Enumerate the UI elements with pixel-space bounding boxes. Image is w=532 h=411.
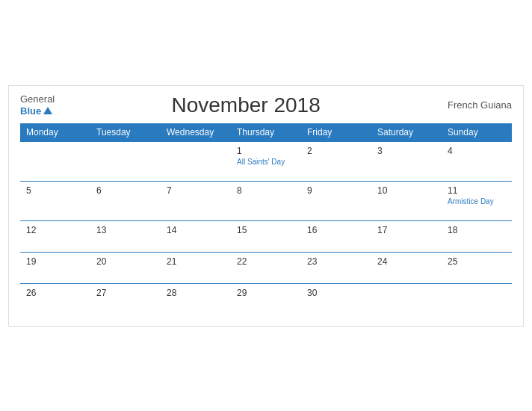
day-number: 26 xyxy=(26,288,84,298)
calendar-cell: 12 xyxy=(20,220,90,252)
day-number: 23 xyxy=(307,256,365,267)
calendar-week-0: 1All Saints' Day234 xyxy=(20,141,512,181)
calendar-header-row: Monday Tuesday Wednesday Thursday Friday… xyxy=(20,123,512,142)
calendar-cell: 7 xyxy=(161,181,231,220)
logo-general-text: General xyxy=(20,93,55,105)
calendar-cell: 9 xyxy=(301,181,371,220)
calendar-cell xyxy=(20,141,90,181)
calendar-cell: 28 xyxy=(161,283,231,315)
calendar-cell: 30 xyxy=(301,283,371,315)
calendar-cell: 22 xyxy=(231,252,301,283)
calendar-week-2: 12131415161718 xyxy=(20,220,512,252)
day-number: 18 xyxy=(448,225,506,235)
calendar-cell: 15 xyxy=(231,220,301,252)
day-number: 14 xyxy=(167,225,225,235)
calendar-cell: 13 xyxy=(90,220,161,252)
calendar-body: 1All Saints' Day234567891011Armistice Da… xyxy=(20,141,512,315)
calendar-cell: 17 xyxy=(371,220,442,252)
day-number: 6 xyxy=(96,185,155,196)
calendar-cell: 10 xyxy=(371,181,442,220)
calendar-cell xyxy=(371,283,442,315)
day-number: 20 xyxy=(96,256,155,267)
calendar-table: Monday Tuesday Wednesday Thursday Friday… xyxy=(20,123,512,315)
logo: General Blue xyxy=(20,93,55,117)
day-number: 27 xyxy=(96,288,155,298)
calendar-cell: 26 xyxy=(20,283,90,315)
day-number: 22 xyxy=(237,256,295,267)
day-number: 4 xyxy=(448,146,506,156)
day-number: 16 xyxy=(307,225,365,235)
calendar-cell: 27 xyxy=(90,283,161,315)
col-sunday: Sunday xyxy=(442,123,512,142)
col-monday: Monday xyxy=(20,123,90,142)
day-number: 10 xyxy=(377,185,436,196)
calendar-cell: 2 xyxy=(301,141,371,181)
calendar-cell: 14 xyxy=(161,220,231,252)
calendar-cell xyxy=(442,283,512,315)
calendar-cell: 8 xyxy=(231,181,301,220)
col-saturday: Saturday xyxy=(371,123,442,142)
holiday-name: Armistice Day xyxy=(448,197,506,206)
calendar-cell xyxy=(161,141,231,181)
calendar-cell: 20 xyxy=(90,252,161,283)
calendar-title: November 2018 xyxy=(55,93,437,117)
calendar-container: General Blue November 2018 French Guiana… xyxy=(8,85,524,327)
day-number: 12 xyxy=(26,225,84,235)
calendar-cell: 1All Saints' Day xyxy=(231,141,301,181)
calendar-cell: 4 xyxy=(442,141,512,181)
day-number: 13 xyxy=(96,225,155,235)
day-number: 8 xyxy=(237,185,295,196)
calendar-cell: 21 xyxy=(161,252,231,283)
calendar-cell: 3 xyxy=(371,141,442,181)
day-number: 17 xyxy=(377,225,436,235)
calendar-cell: 23 xyxy=(301,252,371,283)
day-number: 9 xyxy=(307,185,365,196)
day-number: 1 xyxy=(237,146,295,156)
day-number: 2 xyxy=(307,146,365,156)
col-friday: Friday xyxy=(301,123,371,142)
calendar-week-3: 19202122232425 xyxy=(20,252,512,283)
logo-blue-text: Blue xyxy=(20,105,41,117)
day-number: 25 xyxy=(448,256,506,267)
day-number: 15 xyxy=(237,225,295,235)
calendar-cell: 24 xyxy=(371,252,442,283)
col-thursday: Thursday xyxy=(231,123,301,142)
calendar-cell xyxy=(90,141,161,181)
calendar-region: French Guiana xyxy=(437,99,512,111)
day-number: 21 xyxy=(167,256,225,267)
calendar-cell: 25 xyxy=(442,252,512,283)
day-number: 28 xyxy=(167,288,225,298)
col-wednesday: Wednesday xyxy=(161,123,231,142)
day-number: 5 xyxy=(26,185,84,196)
day-number: 19 xyxy=(26,256,84,267)
day-number: 30 xyxy=(307,288,365,298)
day-number: 11 xyxy=(448,185,506,196)
calendar-week-4: 2627282930 xyxy=(20,283,512,315)
day-number: 3 xyxy=(377,146,436,156)
logo-triangle-icon xyxy=(43,107,52,114)
col-tuesday: Tuesday xyxy=(90,123,161,142)
calendar-cell: 19 xyxy=(20,252,90,283)
holiday-name: All Saints' Day xyxy=(237,158,295,166)
calendar-week-1: 567891011Armistice Day xyxy=(20,181,512,220)
calendar-cell: 6 xyxy=(90,181,161,220)
calendar-cell: 18 xyxy=(442,220,512,252)
calendar-cell: 29 xyxy=(231,283,301,315)
calendar-cell: 16 xyxy=(301,220,371,252)
calendar-cell: 11Armistice Day xyxy=(442,181,512,220)
day-number: 24 xyxy=(377,256,436,267)
day-number: 7 xyxy=(167,185,225,196)
day-number: 29 xyxy=(237,288,295,298)
calendar-cell: 5 xyxy=(20,181,90,220)
calendar-header: General Blue November 2018 French Guiana xyxy=(20,93,512,117)
